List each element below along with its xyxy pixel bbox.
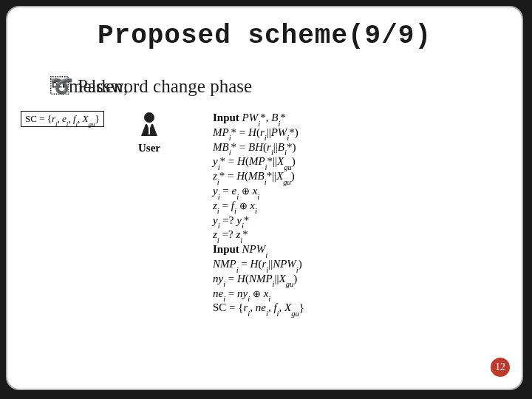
svg-rect-1 <box>149 127 150 134</box>
step-line: zi* = H(MBi*||Xgu) <box>213 169 304 184</box>
step-line: yi =? yi* <box>213 214 304 228</box>
protocol-steps: Input PWi*, Bi* MPi* = H(ri||PWi*) MBi* … <box>213 111 304 316</box>
step-line: zi =? zi* <box>213 228 304 242</box>
section-heading: ➰Password change phase <box>50 75 252 97</box>
step-line: nei = nyi ⊕ xi <box>213 287 304 301</box>
svg-point-0 <box>144 112 154 123</box>
user-label: User <box>129 142 170 154</box>
step-line: Input PWi*, Bi* <box>213 111 304 126</box>
step-line: NMPi = H(ri||NPWi) <box>213 257 304 272</box>
user-icon <box>129 111 170 140</box>
page-number-badge: 12 <box>491 358 510 377</box>
section-text: Password change phase <box>78 76 252 96</box>
user-block: User <box>129 111 170 154</box>
slide-title: Proposed scheme(9/9) <box>7 21 522 51</box>
step-line: nyi = H(NMPi||Xgu) <box>213 272 304 287</box>
step-line: Input NPWi <box>213 242 304 257</box>
loop-arrow-icon: ➰ <box>50 76 73 96</box>
step-line: MBi* = BH(ri||Bi*) <box>213 140 304 155</box>
slide-frame: Proposed scheme(9/9) melden; ➰Password … <box>6 6 523 390</box>
step-line: SC = {ri, nei, fi, Xgu} <box>213 301 304 316</box>
smartcard-box: SC = {ri, ei, fi, Xgu} <box>21 111 104 127</box>
step-line: yi* = H(MPi*||Xgu) <box>213 154 304 169</box>
